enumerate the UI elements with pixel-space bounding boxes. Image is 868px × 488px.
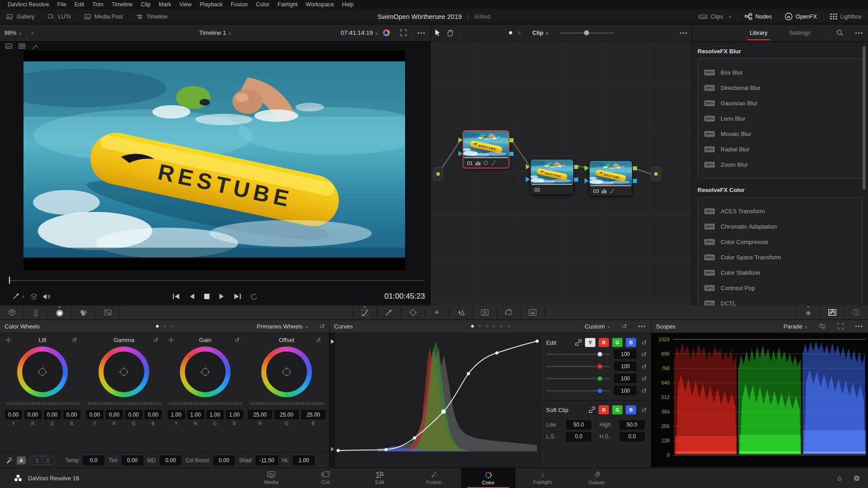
value-box[interactable]: 25.00 (301, 410, 326, 419)
cursor-tool-icon[interactable] (434, 29, 441, 37)
value-box[interactable]: 0.00 (44, 410, 61, 419)
menu-trim[interactable]: Trim (88, 1, 108, 8)
key-output-port[interactable] (574, 178, 578, 182)
fx-item[interactable]: GPUZoom Blur (698, 157, 862, 172)
grade-thumb-icon[interactable] (5, 43, 12, 49)
tracker-icon[interactable]: ⌖ (425, 305, 448, 319)
lift-color-ring[interactable] (17, 347, 68, 397)
fx-item[interactable]: GPUColor Compressor (698, 234, 862, 249)
parade-scope[interactable]: 1023 896 768 640 512 384 256 128 0 (651, 333, 868, 467)
curves-reset-icon[interactable]: ↺ (622, 323, 627, 330)
key-output-port[interactable] (633, 179, 637, 183)
link-channels-icon[interactable] (589, 407, 595, 413)
value-box[interactable]: 1.00 (168, 410, 185, 419)
wheel-target-icon[interactable] (5, 337, 11, 343)
color-wheels-icon[interactable]: ◉ (48, 305, 71, 319)
gain-master-wheel[interactable] (167, 401, 243, 406)
hl-value[interactable]: 1.00 (293, 455, 315, 465)
search-icon[interactable] (836, 29, 844, 37)
softclip-channel-r[interactable]: R (599, 405, 609, 414)
play-icon[interactable] (219, 293, 225, 300)
wheels-page-dots[interactable] (156, 325, 173, 328)
softclip-channel-g[interactable]: G (612, 405, 623, 414)
wheel-page-2[interactable]: 2 (42, 458, 52, 463)
corrector-node-03[interactable]: 03 (589, 160, 632, 196)
keyframes-icon[interactable]: ◈ (797, 305, 820, 319)
loop-icon[interactable] (251, 293, 258, 300)
rgb-input-port[interactable] (526, 164, 530, 169)
power-window-icon[interactable] (401, 305, 425, 319)
node-mode-select[interactable]: Clip∨ (532, 29, 548, 36)
value-box[interactable]: 0.00 (106, 410, 123, 419)
curves-page-dots[interactable] (471, 325, 510, 328)
wheel-reset-icon[interactable]: ↺ (316, 337, 321, 343)
key-output-port[interactable] (509, 152, 514, 156)
edit-channel-r[interactable]: R (599, 338, 609, 347)
menu-edit[interactable]: Edit (71, 1, 89, 8)
fx-item[interactable]: GPUColor Stabilizer (698, 265, 862, 280)
split-grid-icon[interactable] (19, 43, 25, 49)
value-box[interactable]: 0.00 (63, 410, 80, 419)
corrector-node-01[interactable]: 01 (462, 130, 509, 169)
page-deliver[interactable]: Deliver (570, 468, 624, 488)
scopes-mode-select[interactable]: Parade∨ (783, 323, 808, 330)
blur-icon[interactable] (449, 305, 472, 319)
scope-settings-icon[interactable] (819, 323, 826, 329)
timeline-select[interactable]: Timeline 1∨ (199, 29, 231, 36)
offset-master-wheel[interactable] (249, 401, 325, 406)
curves-options-icon[interactable]: ••• (638, 323, 646, 329)
g-slider[interactable] (546, 378, 609, 379)
fx-item[interactable]: GPUMosaic Blur (698, 126, 862, 141)
rgb-output-port[interactable] (633, 166, 637, 170)
openfx-button[interactable]: fx OpenFX (778, 9, 823, 24)
curve-editor[interactable] (330, 333, 541, 467)
settings-gear-icon[interactable]: ⚙ (854, 474, 860, 483)
page-fairlight[interactable]: ♪ Fairlight (515, 468, 570, 488)
menu-file[interactable]: File (53, 1, 70, 8)
fx-item[interactable]: GPULens Blur (698, 111, 862, 126)
goto-end-icon[interactable] (234, 293, 241, 300)
gain-color-ring[interactable] (180, 347, 231, 397)
node-indicator-2[interactable] (517, 31, 520, 34)
menu-timeline[interactable]: Timeline (108, 1, 137, 8)
menu-fairlight[interactable]: Fairlight (274, 1, 302, 8)
color-match-icon[interactable]: ⣿ (24, 305, 47, 319)
menu-workspace[interactable]: Workspace (302, 1, 338, 8)
menu-playback[interactable]: Playback (196, 1, 227, 8)
scope-expand-icon[interactable] (837, 323, 844, 329)
gamma-color-ring[interactable] (99, 347, 149, 397)
page-cut[interactable]: Cut (298, 468, 353, 488)
lightbox-button[interactable]: Lightbox (824, 9, 868, 24)
value-box[interactable]: 0.00 (24, 410, 42, 419)
edit-channel-b[interactable]: B (626, 338, 636, 347)
y-value[interactable]: 100 (614, 349, 637, 359)
curves-mode-select[interactable]: Custom∨ (585, 323, 610, 330)
motion-effects-icon[interactable] (96, 305, 119, 319)
color-picker-button[interactable]: ∨ (13, 293, 25, 300)
fx-item[interactable]: GPUGaussian Blur (698, 95, 862, 111)
b-reset-icon[interactable]: ↺ (641, 387, 646, 394)
fx-item[interactable]: GPUDirectional Blur (698, 80, 862, 95)
fx-item[interactable]: GPUContrast Pop (698, 280, 862, 296)
menu-help[interactable]: Help (338, 1, 358, 8)
rgb-output-port[interactable] (574, 165, 578, 169)
viewer-options-icon[interactable]: ••• (417, 30, 426, 36)
softclip-reset-icon[interactable]: ↺ (641, 406, 646, 413)
clip-timecode[interactable]: 01:00:45:23 (384, 292, 425, 301)
menu-app[interactable]: DaVinci Resolve (4, 1, 53, 8)
node-indicator-1[interactable] (509, 31, 512, 34)
value-box[interactable]: 1.00 (187, 410, 204, 419)
library-scrollbar[interactable] (863, 46, 866, 190)
value-box[interactable]: 1.00 (226, 410, 243, 419)
high-value[interactable]: 50.0 (619, 420, 645, 430)
value-box[interactable]: 0.00 (5, 410, 22, 419)
wheel-reset-icon[interactable]: ↺ (153, 337, 158, 343)
page-color[interactable]: Color (461, 468, 515, 488)
viewer-playhead[interactable] (9, 277, 10, 284)
nodes-button[interactable]: Nodes (738, 9, 778, 24)
page-edit[interactable]: Edit (353, 468, 407, 488)
library-options-icon[interactable]: ••• (855, 30, 863, 36)
low-value[interactable]: 50.0 (566, 420, 591, 430)
clips-button[interactable]: Clips∨ (692, 9, 738, 24)
viewer-zoom-select[interactable]: 88%∨ (5, 29, 22, 36)
